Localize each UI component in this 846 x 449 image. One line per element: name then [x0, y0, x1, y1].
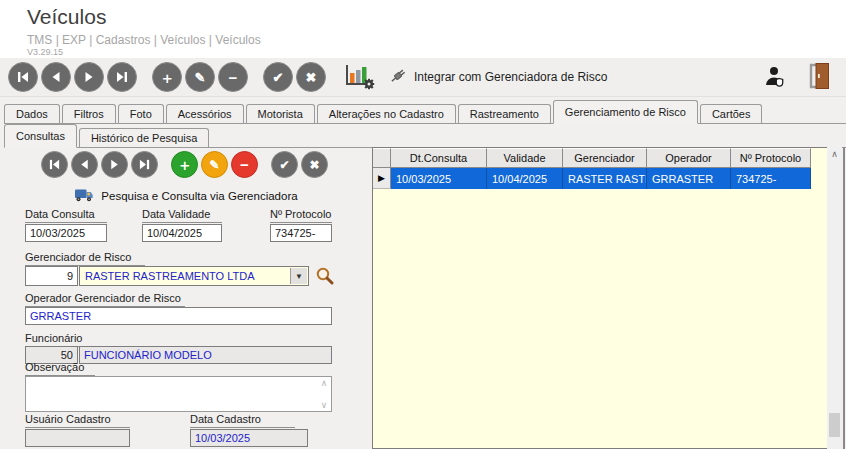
consulta-toolbar: ＋ ✎ − ✔ ✖	[5, 151, 367, 178]
next-record-icon	[82, 70, 96, 84]
protocolo-input[interactable]	[270, 224, 332, 242]
prev-record-icon	[78, 158, 91, 171]
consulta-add-button[interactable]: ＋	[171, 151, 198, 178]
scroll-down-icon[interactable]: ∨	[321, 400, 328, 410]
exit-door-button[interactable]	[808, 62, 832, 92]
check-icon: ✔	[279, 159, 289, 171]
check-icon: ✔	[273, 71, 284, 84]
operador-gerenciador-label: Operador Gerenciador de Risco	[25, 292, 185, 307]
consulta-delete-button[interactable]: −	[231, 151, 258, 178]
subtab-consultas[interactable]: Consultas	[4, 124, 77, 148]
grid-indicator-header	[373, 148, 391, 168]
edit-record-button[interactable]: ✎	[185, 62, 215, 92]
next-record-button[interactable]	[74, 62, 104, 92]
cross-icon: ✖	[306, 71, 317, 84]
grid-col-validade[interactable]: Validade	[487, 148, 563, 168]
grid-col-dt-consulta[interactable]: Dt.Consulta	[391, 148, 487, 168]
data-cadastro-field	[190, 429, 308, 447]
data-validade-input[interactable]	[142, 224, 222, 242]
prev-record-button[interactable]	[41, 62, 71, 92]
scrollbar-thumb[interactable]	[829, 413, 840, 437]
user-permissions-button[interactable]	[764, 64, 788, 90]
tab-foto[interactable]: Foto	[118, 104, 164, 123]
window-right-edge	[843, 147, 845, 449]
tab-acessorios[interactable]: Acessórios	[166, 104, 244, 123]
prev-record-icon	[49, 70, 63, 84]
observacao-scroll[interactable]: ∧ ∨	[318, 378, 330, 410]
gerenciador-search-button[interactable]	[315, 266, 334, 287]
confirm-button[interactable]: ✔	[263, 62, 293, 92]
cross-icon: ✖	[309, 159, 319, 171]
gerenciador-codigo-input[interactable]	[25, 266, 78, 286]
delete-record-button[interactable]: −	[218, 62, 248, 92]
grid-col-protocolo[interactable]: Nº Protocolo	[731, 148, 811, 168]
observacao-label: Observação	[25, 361, 95, 376]
grid-col-gerenciador[interactable]: Gerenciador	[563, 148, 647, 168]
plug-icon	[389, 68, 414, 87]
pencil-icon: ✎	[195, 71, 206, 84]
tab-alteracoes-no-cadastro[interactable]: Alterações no Cadastro	[317, 104, 456, 123]
last-record-button[interactable]	[107, 62, 137, 92]
consulta-first-button[interactable]	[41, 151, 68, 178]
grid-cell-gerenciador[interactable]: RASTER RASTREAMENTO LTDA	[563, 168, 647, 189]
last-record-icon	[138, 158, 151, 171]
grid-cell-validade[interactable]: 10/04/2025	[487, 168, 563, 189]
cancel-button[interactable]: ✖	[296, 62, 326, 92]
minus-icon: −	[229, 70, 238, 85]
consulta-next-button[interactable]	[101, 151, 128, 178]
gerenciador-risco-label: Gerenciador de Risco	[25, 251, 145, 266]
page-header: Veículos TMS | EXP | Cadastros | Veículo…	[0, 0, 846, 58]
grid-vscrollbar[interactable]: ∧	[827, 147, 842, 449]
grid-col-operador[interactable]: Operador	[647, 148, 731, 168]
tab-rastreamento[interactable]: Rastreamento	[458, 104, 551, 123]
tab-cartoes[interactable]: Cartões	[700, 104, 763, 123]
observacao-textarea[interactable]	[25, 376, 332, 412]
funcionario-label: Funcionário	[25, 332, 95, 347]
plus-icon: ＋	[177, 157, 192, 172]
search-icon	[315, 275, 334, 287]
grid-cell-operador[interactable]: GRRASTER	[647, 168, 731, 189]
add-record-button[interactable]: ＋	[152, 62, 182, 92]
page-title: Veículos	[27, 5, 106, 29]
first-record-button[interactable]	[8, 62, 38, 92]
subtab-historico-de-pesquisa[interactable]: Histórico de Pesquisa	[79, 128, 209, 147]
data-consulta-input[interactable]	[25, 224, 107, 242]
plus-icon: ＋	[160, 70, 175, 85]
next-record-icon	[108, 158, 121, 171]
tab-motorista[interactable]: Motorista	[246, 104, 315, 123]
consulta-form-panel: ＋ ✎ − ✔ ✖ Pesquisa e Consulta via Gerenc…	[5, 148, 367, 444]
tab-gerenciamento-de-risco[interactable]: Gerenciamento de Risco	[553, 100, 698, 124]
grid-cell-protocolo[interactable]: 734725-	[731, 168, 811, 189]
consulta-edit-button[interactable]: ✎	[201, 151, 228, 178]
data-consulta-label: Data Consulta	[25, 208, 107, 223]
integrate-gerenciadora-action[interactable]: Integrar com Gerenciadora de Risco	[389, 68, 607, 87]
consulta-prev-button[interactable]	[71, 151, 98, 178]
pesquisa-gerenciadora-caption: Pesquisa e Consulta via Gerenciadora	[5, 187, 367, 204]
breadcrumb: TMS | EXP | Cadastros | Veículos | Veícu…	[27, 33, 261, 47]
consultas-grid[interactable]: Dt.Consulta Validade Gerenciador Operado…	[372, 147, 827, 449]
last-record-icon	[115, 70, 129, 84]
consulta-confirm-button[interactable]: ✔	[271, 151, 298, 178]
tab-dados[interactable]: Dados	[4, 104, 60, 123]
scrollbar-up-icon[interactable]: ∧	[827, 149, 842, 159]
gerenciador-combo[interactable]: RASTER RASTREAMENTO LTDA ▼	[79, 266, 309, 286]
sub-tabstrip: Consultas Histórico de Pesquisa	[4, 124, 846, 148]
tab-filtros[interactable]: Filtros	[62, 104, 116, 123]
consulta-last-button[interactable]	[131, 151, 158, 178]
scroll-up-icon[interactable]: ∧	[321, 378, 328, 388]
operador-gerenciador-input[interactable]	[25, 307, 332, 325]
first-record-icon	[16, 70, 30, 84]
grid-cell-dt-consulta[interactable]: 10/03/2025	[391, 168, 487, 189]
bar-chart-gear-icon	[343, 80, 375, 92]
grid-row-selected[interactable]: ▶ 10/03/2025 10/04/2025 RASTER RASTREAME…	[373, 168, 827, 189]
chevron-down-icon[interactable]: ▼	[290, 268, 307, 284]
first-record-icon	[48, 158, 61, 171]
consulta-cancel-button[interactable]: ✖	[301, 151, 328, 178]
pesquisa-gerenciadora-label: Pesquisa e Consulta via Gerenciadora	[101, 190, 297, 202]
data-cadastro-label: Data Cadastro	[190, 413, 295, 428]
data-validade-label: Data Validade	[142, 208, 222, 223]
main-toolbar: ＋ ✎ − ✔ ✖	[0, 58, 846, 97]
chart-report-button[interactable]	[343, 62, 375, 92]
version-label: V3.29.15	[27, 47, 63, 57]
grid-header-row: Dt.Consulta Validade Gerenciador Operado…	[373, 148, 827, 168]
